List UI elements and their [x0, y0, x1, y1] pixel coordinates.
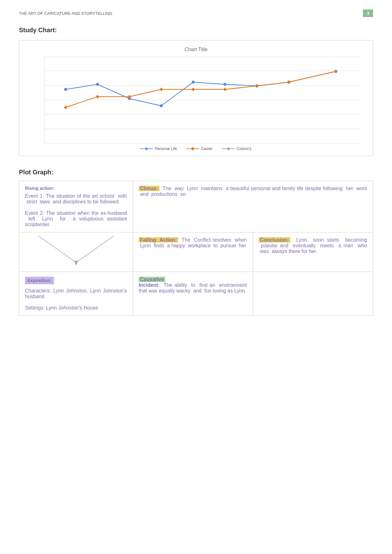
- svg-rect-45: [191, 147, 194, 150]
- conclusion-box: Conclusion: Lynn soon starts becoming po…: [253, 232, 373, 272]
- page-number: 3: [363, 9, 373, 17]
- conclusion-text: Conclusion: Lynn soon starts becoming po…: [259, 237, 367, 254]
- plot-mid-row: Falling Action: The Conflict resolves wh…: [19, 232, 373, 272]
- svg-rect-39: [255, 84, 259, 87]
- plot-graph-section: Plot Graph: Rising action: Event 1: The …: [19, 169, 373, 316]
- exposition-characters: Characters: Lynn Johnston, Lynn Johnston…: [25, 288, 127, 299]
- svg-point-24: [64, 88, 67, 91]
- exposition-settings: Settings: Lynn Johnston's House: [25, 305, 127, 311]
- rising-action-label: Rising action:: [25, 186, 127, 191]
- column1-legend-icon: [222, 147, 235, 151]
- document-title: THE ART OF CARICATURE AND STORYTELLING: [19, 11, 112, 16]
- svg-rect-38: [223, 87, 227, 91]
- falling-conclusion-row: Falling Action: The Conflict resolves wh…: [133, 232, 373, 272]
- svg-marker-48: [75, 261, 78, 266]
- rising-action-event1: Event 1: The situation of the art school…: [25, 193, 127, 205]
- chart-container: Chart Title 0 2 4 6 8 10 12: [19, 40, 373, 156]
- conclusion-label: Conclusion:: [259, 237, 290, 243]
- arrow-svg: [19, 232, 133, 270]
- page-header: THE ART OF CARICATURE AND STORYTELLING 3: [19, 9, 373, 17]
- legend-column1: Column1: [222, 147, 252, 151]
- column1-label: Column1: [237, 147, 252, 151]
- falling-action-text: Falling Action: The Conflict resolves wh…: [139, 237, 247, 249]
- chart-area: 0 2 4 6 8 10 12 1960 1965 1: [41, 56, 360, 144]
- causative-box: Causative Incident: The ability to find …: [133, 272, 253, 316]
- climax-box: Climax: The way Lynn maintains a beautif…: [133, 181, 373, 232]
- svg-rect-34: [96, 95, 99, 98]
- svg-rect-37: [191, 87, 195, 91]
- chart-legend: Personal Life Career Column1: [29, 147, 363, 151]
- plot-wrapper: Rising action: Event 1: The situation of…: [19, 181, 373, 316]
- exposition-box: Exposition: Characters: Lynn Johnston, L…: [19, 272, 133, 316]
- causative-right-empty: [253, 272, 373, 316]
- personal-life-legend-icon: [140, 147, 153, 151]
- legend-personal-life: Personal Life: [140, 147, 177, 151]
- arrow-area: [19, 232, 133, 272]
- svg-rect-40: [287, 80, 291, 84]
- svg-rect-33: [64, 105, 67, 109]
- climax-text: Climax: The way Lynn maintains a beautif…: [139, 186, 367, 197]
- causative-text: Causative Incident: The ability to find …: [139, 277, 247, 294]
- falling-action-label: Falling Action:: [139, 237, 178, 243]
- svg-point-43: [145, 148, 148, 150]
- chart-svg: 0 2 4 6 8 10 12 1960 1965 1: [41, 56, 360, 144]
- svg-point-25: [96, 83, 99, 86]
- svg-point-28: [192, 81, 195, 84]
- svg-point-29: [224, 83, 227, 86]
- personal-life-label: Personal Life: [155, 147, 177, 151]
- svg-rect-41: [334, 69, 338, 73]
- rising-action-event2: Event 2: The situation when the ex-husba…: [25, 210, 127, 227]
- career-label: Career: [201, 147, 213, 151]
- climax-label: Climax:: [139, 186, 160, 191]
- rising-action-box: Rising action: Event 1: The situation of…: [19, 181, 133, 232]
- exposition-label: Exposition:: [25, 277, 54, 284]
- study-chart-section: Study Chart: Chart Title 0 2 4 6 8 10 12: [19, 27, 373, 156]
- plot-graph-title: Plot Graph:: [19, 169, 373, 176]
- svg-rect-36: [160, 87, 163, 91]
- falling-action-box: Falling Action: The Conflict resolves wh…: [133, 232, 253, 272]
- legend-career: Career: [186, 147, 213, 151]
- study-chart-title: Study Chart:: [19, 27, 373, 34]
- incident-label: Incident:: [139, 282, 160, 288]
- causative-label: Causative: [139, 277, 165, 282]
- career-legend-icon: [186, 147, 199, 151]
- svg-point-27: [160, 104, 163, 107]
- plot-bottom-row: Exposition: Characters: Lynn Johnston, L…: [19, 272, 373, 316]
- svg-point-47: [227, 148, 230, 150]
- causative-row: Causative Incident: The ability to find …: [133, 272, 373, 316]
- plot-top-row: Rising action: Event 1: The situation of…: [19, 181, 373, 232]
- chart-title: Chart Title: [29, 47, 363, 52]
